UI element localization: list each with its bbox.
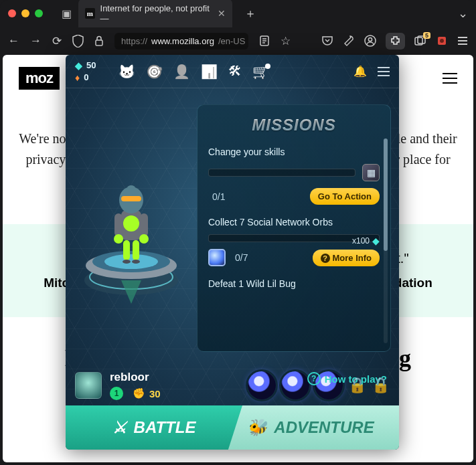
- svg-point-21: [123, 215, 139, 231]
- svg-rect-22: [114, 213, 123, 237]
- tools-icon[interactable]: [343, 35, 355, 47]
- player-name: rebloor: [110, 371, 161, 384]
- url-protocol: https://: [121, 36, 147, 46]
- url-host: www.mozilla.org: [151, 36, 214, 46]
- window-zoom[interactable]: [35, 9, 43, 17]
- svg-rect-31: [121, 196, 141, 201]
- mission-item: Change your skills ▦ 0/1 Go To Action: [208, 147, 380, 205]
- url-path: /en-US: [218, 36, 245, 46]
- mission-title: Defeat 1 Wild Lil Bug: [208, 278, 380, 289]
- svg-rect-0: [96, 40, 102, 45]
- battle-label: BATTLE: [134, 418, 196, 437]
- svg-rect-26: [123, 240, 130, 260]
- tools-game-icon[interactable]: 🛠: [228, 64, 242, 80]
- battle-button[interactable]: ⚔ BATTLE: [66, 405, 242, 450]
- profile-icon[interactable]: 👤: [173, 64, 190, 80]
- player-level: 1: [110, 387, 123, 400]
- mission-item: Collect 7 Social Network Orbs x100◆ 0/7 …: [208, 217, 380, 266]
- go-to-action-button[interactable]: Go To Action: [310, 188, 380, 205]
- container-icon[interactable]: [414, 35, 426, 46]
- svg-point-32: [127, 185, 135, 191]
- adventure-label: ADVENTURE: [274, 418, 374, 437]
- shop-badge: [265, 64, 270, 69]
- bell-icon[interactable]: 🔔: [353, 65, 367, 78]
- leaderboard-icon[interactable]: 📊: [201, 64, 218, 80]
- tabs-menu-icon[interactable]: ⌄: [458, 6, 468, 21]
- svg-point-28: [123, 260, 131, 264]
- new-tab-icon[interactable]: ＋: [244, 5, 256, 21]
- mission-progress: 0/7: [235, 252, 248, 263]
- address-bar[interactable]: https://www.mozilla.org/en-US: [114, 33, 248, 50]
- bee-icon: 🐝: [247, 418, 267, 437]
- mission-progress-bar: [208, 169, 355, 177]
- reload-icon[interactable]: ⟳: [52, 34, 62, 48]
- missions-panel: MISSIONS Change your skills ▦ 0/1 Go To …: [197, 104, 391, 352]
- diamond-count: 0: [84, 72, 88, 82]
- addon-icon[interactable]: [436, 35, 448, 47]
- extensions-icon[interactable]: [386, 33, 405, 50]
- lock-icon: 🔒: [348, 377, 366, 394]
- mozilla-logo[interactable]: moz: [19, 67, 60, 90]
- back-icon[interactable]: ←: [8, 34, 19, 48]
- gem-count: 50: [86, 60, 96, 70]
- missions-title: MISSIONS: [208, 116, 380, 134]
- sidebar-icon[interactable]: ▣: [62, 7, 72, 20]
- moon-slot[interactable]: [281, 371, 309, 399]
- shop-icon[interactable]: 🛒: [252, 64, 269, 80]
- gem-icon: ◆: [75, 60, 82, 71]
- shield-icon[interactable]: [72, 35, 84, 48]
- reward-box-icon: ▦: [362, 164, 380, 181]
- cat-icon[interactable]: 🐱: [118, 64, 135, 80]
- diamond-icon: ♦: [75, 72, 80, 83]
- more-info-button[interactable]: More Info: [313, 250, 380, 266]
- tab-favicon: m: [85, 8, 95, 19]
- reader-icon[interactable]: [259, 35, 270, 46]
- mission-title: Collect 7 Social Network Orbs: [208, 217, 380, 227]
- svg-point-10: [440, 39, 444, 43]
- swords-icon: ⚔: [112, 418, 127, 437]
- svg-point-6: [368, 37, 372, 41]
- bookmark-icon[interactable]: ☆: [281, 34, 291, 48]
- game-overlay: ◆50 ♦0 🐱 🎯 👤 📊 🛠 🛒 🔔: [66, 55, 399, 450]
- tab-title: Internet for people, not profit —: [100, 3, 210, 23]
- svg-point-25: [139, 234, 149, 244]
- missions-scrollbar[interactable]: [384, 138, 388, 343]
- lock-icon: 🔒: [372, 377, 390, 394]
- fist-icon: ✊: [133, 387, 145, 399]
- avatar-display: [66, 88, 196, 365]
- app-menu-icon[interactable]: [457, 36, 468, 45]
- svg-point-18: [104, 254, 158, 269]
- site-menu-icon[interactable]: [443, 73, 457, 84]
- browser-tab[interactable]: m Internet for people, not profit — ✕: [78, 0, 232, 27]
- overlay-menu-icon[interactable]: [378, 67, 390, 76]
- svg-rect-27: [133, 240, 139, 260]
- moon-slot[interactable]: [248, 371, 276, 399]
- adventure-button[interactable]: 🐝 ADVENTURE: [222, 405, 399, 450]
- mission-title: Change your skills: [208, 147, 380, 157]
- pocket-icon[interactable]: [321, 35, 333, 46]
- svg-point-24: [114, 234, 123, 244]
- target-icon[interactable]: 🎯: [146, 64, 163, 80]
- svg-rect-23: [140, 213, 148, 237]
- mission-progress: 0/1: [212, 191, 225, 202]
- window-close[interactable]: [8, 9, 16, 17]
- orb-icon: [208, 249, 226, 266]
- close-tab-icon[interactable]: ✕: [218, 8, 226, 19]
- mission-reward-tag: x100◆: [352, 236, 380, 246]
- account-icon[interactable]: [364, 35, 376, 47]
- player-power: 30: [149, 388, 161, 399]
- lock-icon[interactable]: [94, 35, 104, 46]
- forward-icon[interactable]: →: [30, 34, 42, 48]
- player-avatar[interactable]: [75, 372, 102, 399]
- window-minimize[interactable]: [21, 9, 29, 17]
- svg-point-29: [132, 260, 140, 264]
- mission-item: Defeat 1 Wild Lil Bug: [208, 278, 380, 289]
